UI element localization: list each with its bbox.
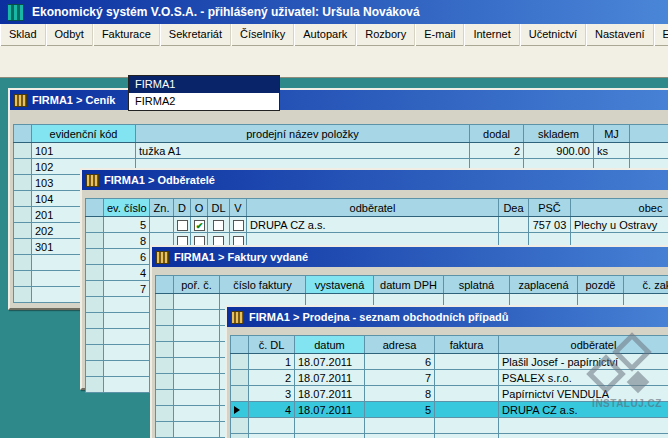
menu-item-rozbory[interactable]: Rozbory [356, 24, 415, 46]
checkbox-o[interactable] [194, 220, 205, 231]
window-icon [156, 251, 169, 264]
table-row[interactable]: 5 DRUPA CZ a.s. 757 03 Plechy u Ostravy [86, 217, 668, 233]
cell-mj: ks [594, 143, 630, 159]
column-header-psc[interactable]: PSČ [529, 199, 571, 217]
cell-ev-cislo: 8 [104, 233, 150, 249]
row-selector[interactable] [86, 265, 104, 281]
cell-dodal: 2 [470, 143, 524, 159]
column-header-datum-dph[interactable]: datum DPH [374, 276, 444, 294]
row-selector[interactable] [231, 370, 249, 386]
column-header-zn[interactable]: Zn. [150, 199, 174, 217]
window-odberatele-title: FIRMA1 > Odběratelé [104, 174, 215, 186]
cell-odberatel: DRUPA CZ a.s. [247, 217, 499, 233]
cell-dl: 4 [249, 402, 295, 418]
column-header-dea[interactable]: Dea [499, 199, 529, 217]
window-faktury-title: FIRMA1 > Faktury vydané [174, 251, 308, 263]
column-header-c-dl[interactable]: č. DL [249, 336, 295, 354]
row-selector[interactable] [86, 249, 104, 265]
menu-item-nastaveni[interactable]: Nastavení [586, 24, 654, 46]
column-header-odberatel[interactable]: odběratel [247, 199, 499, 217]
cell-datum: 18.07.2011 [295, 354, 365, 370]
checkbox-dl[interactable] [213, 220, 224, 231]
dropdown-option-firma2[interactable]: FIRMA2 [129, 93, 279, 110]
row-selector[interactable] [86, 217, 104, 233]
window-cenik-titlebar[interactable]: FIRMA1 > Ceník [10, 90, 668, 110]
column-header-zaplacena[interactable]: zaplacená [510, 276, 578, 294]
row-selector[interactable] [231, 386, 249, 402]
cell-odberatel: Papírnictví VENDULA [499, 386, 668, 402]
row-selector[interactable] [14, 143, 32, 159]
row-selector[interactable] [14, 239, 32, 255]
menu-item-internet[interactable]: Internet [464, 24, 519, 46]
column-header-nazev[interactable]: prodejní název položky [136, 125, 470, 143]
cell-faktura [435, 370, 499, 386]
row-selector[interactable] [14, 159, 32, 175]
table-row[interactable]: 101 tužka A1 2 900.00 ks [14, 143, 668, 159]
column-header-evidencni-kod[interactable]: evidenční kód [32, 125, 136, 143]
column-header-faktura[interactable]: faktura [435, 336, 499, 354]
window-prodejna-titlebar[interactable]: FIRMA1 > Prodejna - seznam obchodních př… [227, 307, 668, 327]
column-header-por-c[interactable]: poř. č. [174, 276, 220, 294]
dropdown-option-firma1[interactable]: FIRMA1 [129, 76, 279, 93]
cell-obec: Plechy u Ostravy [571, 217, 668, 233]
company-dropdown: FIRMA1 FIRMA2 [128, 75, 280, 111]
menu-item-odbyt[interactable]: Odbyt [46, 24, 93, 46]
menu-item-sklad[interactable]: Sklad [0, 24, 46, 46]
row-selector[interactable] [14, 223, 32, 239]
column-header-dodal[interactable]: dodal [470, 125, 524, 143]
table-row[interactable] [231, 418, 668, 434]
column-header-adresa[interactable]: adresa [365, 336, 435, 354]
column-header-v[interactable]: V [230, 199, 247, 217]
window-icon [14, 94, 27, 107]
cell-faktura [435, 386, 499, 402]
checkbox-v[interactable] [233, 220, 244, 231]
column-header-vystavena[interactable]: vystavená [306, 276, 374, 294]
window-prodejna[interactable]: FIRMA1 > Prodejna - seznam obchodních př… [225, 305, 668, 438]
window-faktury-titlebar[interactable]: FIRMA1 > Faktury vydané [152, 247, 668, 267]
column-header-d[interactable]: D [174, 199, 191, 217]
row-selector-header [14, 125, 32, 143]
cell-datum: 18.07.2011 [295, 370, 365, 386]
column-header-obec[interactable]: obec [571, 199, 668, 217]
row-selector[interactable] [231, 354, 249, 370]
column-header-odberatel[interactable]: odběratel [499, 336, 668, 354]
current-row-marker-icon [234, 406, 240, 414]
column-header-cislo-faktury[interactable]: číslo faktury [220, 276, 306, 294]
row-selector[interactable] [86, 233, 104, 249]
cell-dea [499, 217, 529, 233]
row-selector[interactable] [14, 191, 32, 207]
menu-item-ucetnictvi[interactable]: Učetnictví [520, 24, 586, 46]
column-header-skladem[interactable]: skladem [524, 125, 594, 143]
cell-adresa: 6 [365, 354, 435, 370]
table-row-selected[interactable]: 4 18.07.2011 5 DRUPA CZ a.s. [231, 402, 668, 418]
column-header-splatna[interactable]: splatná [444, 276, 510, 294]
column-header-pozde[interactable]: pozdě [578, 276, 624, 294]
column-header-datum[interactable]: datum [295, 336, 365, 354]
menu-item-editace[interactable]: Editace [654, 24, 668, 46]
menu-item-ciselniky[interactable]: Číselníky [231, 24, 294, 46]
menu-item-sekretariat[interactable]: Sekretariát [160, 24, 231, 46]
cell-dl: 1 [249, 354, 295, 370]
cell-datum: 18.07.2011 [295, 386, 365, 402]
column-header-c-zak[interactable]: č. zak. [624, 276, 668, 294]
table-row[interactable] [231, 434, 668, 438]
title-bar[interactable]: Ekonomický systém V.O.S.A. - přihlášený … [0, 0, 668, 24]
cell-ev-cislo: 6 [104, 249, 150, 265]
table-row[interactable]: 1 18.07.2011 6 Plašil Josef - papírnictv… [231, 354, 668, 370]
table-row[interactable]: 3 18.07.2011 8 Papírnictví VENDULA [231, 386, 668, 402]
row-selector[interactable] [86, 281, 104, 297]
menu-item-fakturace[interactable]: Fakturace [93, 24, 160, 46]
menu-item-autopark[interactable]: Autopark [294, 24, 356, 46]
row-selector[interactable] [14, 207, 32, 223]
row-selector[interactable] [14, 175, 32, 191]
table-row[interactable]: 2 18.07.2011 7 PSALEX s.r.o. [231, 370, 668, 386]
column-header-ev-cislo[interactable]: ev. číslo [104, 199, 150, 217]
checkbox-d[interactable] [177, 220, 188, 231]
menu-item-email[interactable]: E-mail [415, 24, 464, 46]
column-header-o[interactable]: O [191, 199, 208, 217]
window-odberatele-titlebar[interactable]: FIRMA1 > Odběratelé [82, 170, 668, 190]
row-selector[interactable] [231, 402, 249, 418]
column-header-mj[interactable]: MJ [594, 125, 630, 143]
window-icon [231, 311, 244, 324]
column-header-dl[interactable]: DL [208, 199, 230, 217]
